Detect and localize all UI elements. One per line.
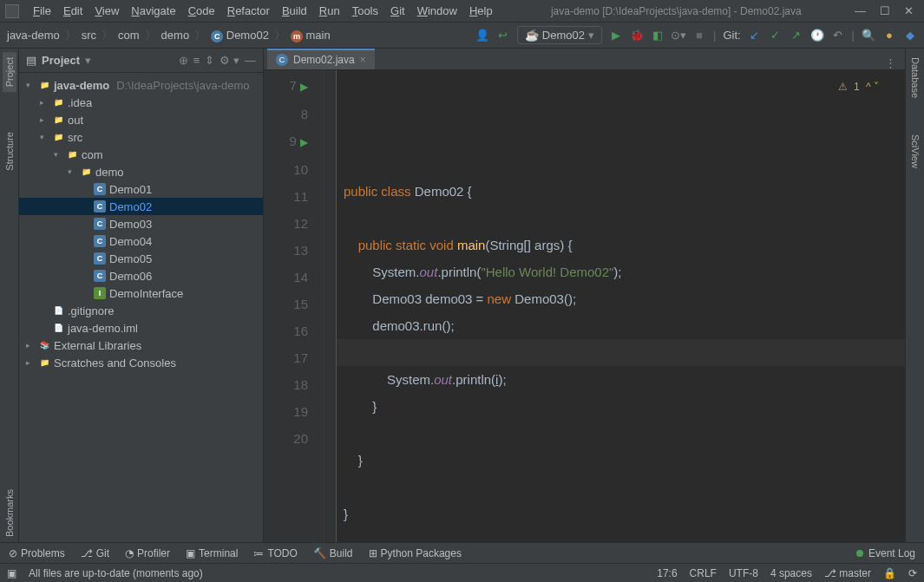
btab-python[interactable]: ⊞Python Packages — [369, 547, 462, 559]
code-content[interactable]: ⚠ 1 ^ ˅ I public class Demo02 { public s… — [337, 70, 905, 542]
menu-view[interactable]: View — [89, 3, 124, 19]
btab-profiler[interactable]: ◔Profiler — [125, 547, 170, 559]
maximize-icon[interactable]: ☐ — [880, 4, 890, 17]
add-user-icon[interactable]: 👤 — [475, 29, 489, 43]
sync-icon[interactable]: ⟳ — [908, 567, 917, 579]
fold-column — [324, 70, 337, 542]
tree-demointerface[interactable]: IDemoInterface — [19, 284, 263, 302]
tree-demo01[interactable]: CDemo01 — [19, 180, 263, 198]
tree-demo04[interactable]: CDemo04 — [19, 232, 263, 250]
tab-label: Demo02.java — [293, 54, 355, 66]
tree-demo[interactable]: ▾📁demo — [19, 163, 263, 180]
editor-tabs: C Demo02.java × ⋮ — [264, 49, 905, 70]
avatar-icon[interactable]: ● — [882, 29, 896, 43]
menu-code[interactable]: Code — [183, 3, 220, 19]
menu-run[interactable]: Run — [314, 3, 345, 19]
indent[interactable]: 4 spaces — [770, 567, 812, 579]
window-title: java-demo [D:\IdeaProjects\java-demo] - … — [498, 5, 855, 17]
profile-icon[interactable]: ⊙▾ — [672, 29, 685, 43]
menu-build[interactable]: Build — [277, 3, 312, 19]
tree-demo05[interactable]: CDemo05 — [19, 250, 263, 267]
tree-out[interactable]: ▸📁out — [19, 111, 263, 128]
project-icon: ▤ — [26, 54, 36, 67]
tree-com[interactable]: ▾📁com — [19, 146, 263, 163]
back-arrow-icon[interactable]: ↩ — [496, 29, 510, 43]
select-target-icon[interactable]: ⊕ — [179, 54, 188, 67]
collapse-icon[interactable]: ⇕ — [205, 54, 214, 67]
hide-icon[interactable]: — — [245, 54, 256, 67]
code-editor[interactable]: 7 ▶89 ▶1011121314151617181920 ⚠ 1 ^ ˅ I … — [264, 70, 905, 542]
tab-database[interactable]: Database — [908, 52, 922, 103]
git-history-icon[interactable]: 🕐 — [810, 29, 824, 43]
tab-more-icon[interactable]: ⋮ — [876, 56, 905, 69]
crumb-java-demo[interactable]: java-demo — [7, 29, 60, 42]
tab-project[interactable]: Project — [3, 52, 16, 92]
stop-icon[interactable]: ■ — [692, 29, 706, 43]
menu-git[interactable]: Git — [385, 3, 410, 19]
crumb-demo02[interactable]: C Demo02 — [211, 29, 269, 43]
status-square-icon[interactable]: ▣ — [7, 567, 16, 579]
tree-demo06[interactable]: CDemo06 — [19, 267, 263, 284]
caret-pos[interactable]: 17:6 — [657, 567, 677, 579]
btab-todo[interactable]: ≔TODO — [253, 547, 297, 559]
tree-demo03[interactable]: CDemo03 — [19, 215, 263, 232]
sidebar-title: Project — [42, 54, 80, 67]
tree--b-java-demo--b-[interactable]: ▾📁java-demoD:\IdeaProjects\java-demo — [19, 76, 263, 94]
class-icon: C — [276, 54, 288, 66]
git-commit-icon[interactable]: ✓ — [769, 29, 783, 43]
btab-git[interactable]: ⎇Git — [81, 547, 109, 559]
menu-window[interactable]: Window — [412, 3, 462, 19]
btab-terminal[interactable]: ▣Terminal — [186, 547, 238, 559]
tree-scratches-and-consoles[interactable]: ▸📁Scratches and Consoles — [19, 354, 263, 371]
btab-build[interactable]: 🔨Build — [313, 547, 353, 559]
menu-file[interactable]: File — [28, 3, 56, 19]
tree--gitignore[interactable]: 📄.gitignore — [19, 302, 263, 319]
tab-structure[interactable]: Structure — [3, 127, 16, 176]
line-sep[interactable]: CRLF — [690, 567, 717, 579]
menu-tools[interactable]: Tools — [347, 3, 383, 19]
tree-demo02[interactable]: CDemo02 — [19, 198, 263, 215]
lock-icon[interactable]: 🔒 — [883, 567, 896, 579]
tree-external-libraries[interactable]: ▸📚External Libraries — [19, 337, 263, 354]
navigation-bar: java-demo〉src〉com〉demo〉C Demo02〉m main 👤… — [0, 23, 924, 49]
tree--idea[interactable]: ▸📁.idea — [19, 94, 263, 111]
status-message: All files are up-to-date (moments ago) — [29, 567, 203, 579]
crumb-com[interactable]: com — [118, 29, 140, 42]
git-label: Git: — [723, 29, 740, 42]
git-push-icon[interactable]: ↗ — [790, 29, 803, 43]
expand-all-icon[interactable]: ≡ — [193, 54, 200, 67]
editor-area: C Demo02.java × ⋮ 7 ▶89 ▶101112131415161… — [264, 49, 905, 542]
settings-icon[interactable]: ⚙ ▾ — [220, 54, 239, 67]
debug-icon[interactable]: 🐞 — [630, 29, 644, 43]
tree-java-demo-iml[interactable]: 📄java-demo.iml — [19, 319, 263, 337]
tab-sciview[interactable]: SciView — [908, 129, 922, 173]
menu-edit[interactable]: Edit — [58, 3, 88, 19]
main-menu: FileEditViewNavigateCodeRefactorBuildRun… — [28, 3, 498, 19]
git-rollback-icon[interactable]: ↶ — [831, 29, 845, 43]
app-logo-icon — [5, 4, 19, 18]
crumb-demo[interactable]: demo — [161, 29, 190, 42]
menu-navigate[interactable]: Navigate — [126, 3, 180, 19]
btab-problems[interactable]: ⊘Problems — [9, 547, 65, 559]
branch[interactable]: ⎇ master — [824, 567, 871, 579]
event-log-button[interactable]: Event Log — [868, 547, 915, 559]
coverage-icon[interactable]: ◧ — [651, 29, 665, 43]
close-icon[interactable]: ✕ — [904, 4, 914, 17]
crumb-src[interactable]: src — [82, 29, 96, 42]
crumb-main[interactable]: m main — [291, 29, 331, 43]
run-icon[interactable]: ▶ — [609, 29, 623, 43]
menu-help[interactable]: Help — [464, 3, 498, 19]
tree-src[interactable]: ▾📁src — [19, 128, 263, 146]
tab-bookmarks[interactable]: Bookmarks — [3, 484, 16, 542]
git-update-icon[interactable]: ↙ — [748, 29, 762, 43]
menu-refactor[interactable]: Refactor — [222, 3, 275, 19]
run-config-select[interactable]: ☕ Demo02 ▾ — [517, 26, 602, 44]
ide-icon[interactable]: ◆ — [903, 29, 917, 43]
search-icon[interactable]: 🔍 — [862, 29, 875, 43]
tab-demo02[interactable]: C Demo02.java × — [267, 49, 375, 69]
left-tool-strip: Project Structure Bookmarks — [0, 49, 19, 542]
inspection-badge[interactable]: ⚠ 1 ^ ˅ — [838, 74, 879, 101]
encoding[interactable]: UTF-8 — [729, 567, 758, 579]
tab-close-icon[interactable]: × — [360, 54, 366, 66]
minimize-icon[interactable]: — — [855, 4, 866, 17]
